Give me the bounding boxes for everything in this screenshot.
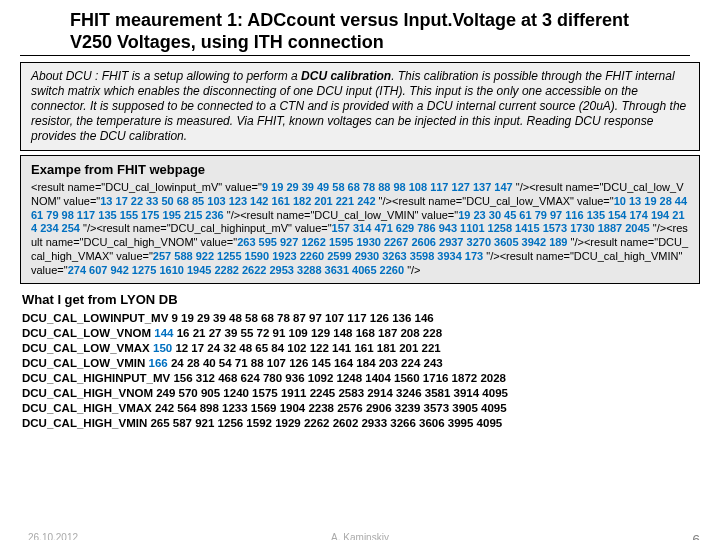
lyon-line: DCU_CAL_LOW_VMAX 150 12 17 24 32 48 65 8… <box>22 341 700 356</box>
example-box: Exampe from FHIT webpage <result name="D… <box>20 155 700 284</box>
lyon-block: DCU_CAL_LOWINPUT_MV 9 19 29 39 48 58 68 … <box>22 311 700 431</box>
lyon-line: DCU_CAL_HIGHINPUT_MV 156 312 468 624 780… <box>22 371 700 386</box>
footer-page: 6 <box>692 532 700 540</box>
lyon-line: DCU_CAL_LOW_VMIN 166 24 28 40 54 71 88 1… <box>22 356 700 371</box>
footer-author: A. Kaminskiy <box>331 532 389 540</box>
example-header: Exampe from FHIT webpage <box>31 162 689 177</box>
lyon-line: DCU_CAL_HIGH_VMIN 265 587 921 1256 1592 … <box>22 416 700 431</box>
slide-title: FHIT meaurement 1: ADCcount versus Input… <box>20 0 690 56</box>
lyon-line: DCU_CAL_HIGH_VMAX 242 564 898 1233 1569 … <box>22 401 700 416</box>
about-box: About DCU : FHIT is a setup allowing to … <box>20 62 700 151</box>
footer-date: 26.10.2012 <box>28 532 78 540</box>
about-bold: DCU calibration <box>301 69 391 83</box>
lyon-line: DCU_CAL_HIGH_VNOM 249 570 905 1240 1575 … <box>22 386 700 401</box>
lyon-line: DCU_CAL_LOWINPUT_MV 9 19 29 39 48 58 68 … <box>22 311 700 326</box>
lyon-header: What I get from LYON DB <box>22 292 700 307</box>
lyon-line: DCU_CAL_LOW_VNOM 144 16 21 27 39 55 72 9… <box>22 326 700 341</box>
example-code: <result name="DCU_cal_lowinput_mV" value… <box>31 181 689 277</box>
about-lead: About DCU : FHIT is a setup allowing to … <box>31 69 301 83</box>
